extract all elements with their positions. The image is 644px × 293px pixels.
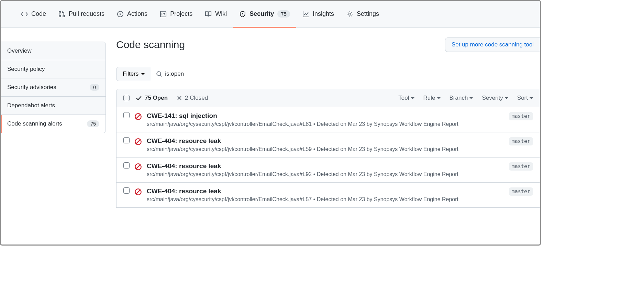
nav-tab-counter: 75 [277, 10, 290, 18]
alert-meta: src/main/java/org/cysecurity/cspf/jvl/co… [147, 171, 504, 177]
sidebar-item-overview[interactable]: Overview [1, 42, 106, 60]
alert-meta: src/main/java/org/cysecurity/cspf/jvl/co… [147, 196, 504, 203]
open-label: 75 Open [145, 95, 168, 101]
search-icon [156, 71, 162, 77]
open-filter[interactable]: 75 Open [136, 95, 168, 101]
play-icon [117, 11, 124, 18]
alert-title-link[interactable]: CWE-404: resource leak [147, 187, 221, 195]
nav-tab-actions[interactable]: Actions [111, 1, 154, 28]
shield-icon [239, 11, 246, 18]
check-icon [136, 95, 142, 101]
filter-tool[interactable]: Tool [398, 95, 414, 101]
nav-tab-insights[interactable]: Insights [296, 1, 340, 28]
search-input[interactable] [162, 67, 535, 81]
branch-label: master [509, 137, 533, 145]
nav-tab-label: Wiki [215, 10, 227, 18]
nav-tab-label: Projects [170, 10, 192, 18]
book-icon [205, 11, 212, 18]
alert-row: CWE-404: resource leak src/main/java/org… [116, 158, 540, 183]
alert-meta: src/main/java/org/cysecurity/cspf/jvl/co… [147, 121, 504, 127]
alert-title-link[interactable]: CWE-141: sql injection [147, 112, 217, 120]
nav-tab-label: Actions [127, 10, 147, 18]
branch-label: master [509, 162, 533, 171]
nav-tab-label: Insights [313, 10, 334, 18]
alert-checkbox[interactable] [123, 162, 130, 169]
alerts-list: 75 Open 2 Closed Tool Rule Branch Severi… [116, 89, 540, 208]
no-entry-icon [134, 138, 142, 145]
alerts-header: 75 Open 2 Closed Tool Rule Branch Severi… [116, 89, 540, 107]
alert-row: CWE-404: resource leak src/main/java/org… [116, 132, 540, 158]
alert-meta: src/main/java/org/cysecurity/cspf/jvl/co… [147, 146, 504, 152]
svg-point-0 [59, 11, 61, 13]
main-content: Code scanning Set up more code scanning … [106, 28, 540, 245]
alert-row: CWE-141: sql injection src/main/java/org… [116, 107, 540, 132]
sidebar-item-counter: 0 [90, 84, 99, 91]
sidebar-item-label: Security policy [7, 66, 45, 73]
svg-point-6 [349, 13, 351, 15]
nav-tab-pull-requests[interactable]: Pull requests [52, 1, 111, 28]
alert-title-link[interactable]: CWE-404: resource leak [147, 137, 221, 145]
nav-tab-label: Code [31, 10, 46, 18]
project-icon [160, 11, 167, 18]
filter-sort[interactable]: Sort [517, 95, 533, 101]
x-icon [177, 95, 182, 101]
git-pull-request-icon [58, 11, 65, 18]
svg-point-1 [59, 15, 61, 17]
nav-tab-projects[interactable]: Projects [154, 1, 199, 28]
sidebar-item-label: Security advisories [7, 84, 56, 91]
select-all-checkbox[interactable] [123, 95, 130, 101]
sidebar-item-counter: 75 [87, 120, 99, 127]
no-entry-icon [134, 163, 142, 171]
caret-down-icon [141, 73, 145, 75]
nav-tab-label: Pull requests [69, 10, 104, 18]
nav-tab-security[interactable]: Security 75 [233, 1, 296, 28]
gear-icon [346, 11, 353, 18]
closed-label: 2 Closed [185, 95, 208, 101]
page-title: Code scanning [116, 39, 185, 51]
nav-tab-label: Security [249, 10, 274, 18]
code-icon [21, 11, 28, 18]
sidebar-item-security-policy[interactable]: Security policy [1, 60, 106, 78]
filters-label: Filters [123, 70, 138, 77]
branch-label: master [509, 187, 533, 196]
svg-point-7 [157, 72, 161, 75]
sidebar-item-label: Code scanning alerts [7, 120, 62, 127]
sidebar-item-label: Dependabot alerts [7, 102, 55, 109]
caret-down-icon [469, 97, 473, 99]
alert-row: CWE-404: resource leak src/main/java/org… [116, 183, 540, 207]
caret-down-icon [530, 97, 533, 99]
no-entry-icon [134, 113, 142, 120]
alert-title-link[interactable]: CWE-404: resource leak [147, 162, 221, 170]
filters-button[interactable]: Filters [116, 67, 151, 81]
filter-rule[interactable]: Rule [423, 95, 441, 101]
sidebar-item-dependabot-alerts[interactable]: Dependabot alerts [1, 97, 106, 115]
nav-tab-wiki[interactable]: Wiki [199, 1, 233, 28]
sidebar-item-code-scanning-alerts[interactable]: Code scanning alerts 75 [1, 115, 106, 133]
search-box[interactable] [151, 67, 540, 81]
nav-tab-settings[interactable]: Settings [340, 1, 385, 28]
caret-down-icon [411, 97, 414, 99]
sidebar-item-security-advisories[interactable]: Security advisories 0 [1, 78, 106, 97]
sidebar-item-label: Overview [7, 47, 32, 54]
closed-filter[interactable]: 2 Closed [177, 95, 208, 101]
security-sidebar: Overview Security policy Security adviso… [1, 42, 106, 133]
repo-nav: Code Pull requests Actions Projects Wiki [1, 1, 540, 28]
svg-point-5 [242, 14, 243, 15]
no-entry-icon [134, 188, 142, 196]
svg-point-2 [63, 15, 65, 17]
alert-checkbox[interactable] [123, 112, 130, 118]
graph-icon [302, 11, 309, 18]
branch-label: master [509, 112, 533, 120]
caret-down-icon [437, 97, 441, 99]
filter-severity[interactable]: Severity [482, 95, 508, 101]
nav-tab-code[interactable]: Code [15, 1, 52, 28]
filter-branch[interactable]: Branch [449, 95, 473, 101]
setup-more-tools-button[interactable]: Set up more code scanning tool [445, 37, 540, 52]
caret-down-icon [505, 97, 508, 99]
nav-tab-label: Settings [357, 10, 379, 18]
alert-checkbox[interactable] [123, 137, 130, 143]
alert-checkbox[interactable] [123, 187, 130, 194]
